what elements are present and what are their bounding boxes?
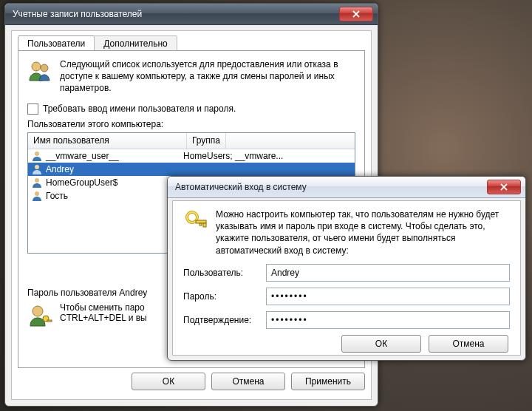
password-label: Пароль: [183,291,266,302]
users-list-label: Пользователи этого компьютера: [27,119,355,129]
main-cancel-button[interactable]: Отмена [211,373,285,390]
key-icon [183,208,208,257]
svg-point-6 [33,306,43,316]
main-apply-button[interactable]: Применить [291,373,365,390]
main-titlebar[interactable]: Учетные записи пользователей [5,4,378,25]
svg-point-2 [35,152,39,156]
main-ok-button[interactable]: ОК [132,373,205,390]
svg-point-1 [41,64,48,72]
svg-rect-11 [196,220,206,223]
confirm-label: Подтверждение: [183,315,266,325]
main-window-title: Учетные записи пользователей [13,9,339,19]
require-login-checkbox[interactable] [27,103,38,115]
intro-text: Следующий список используется для предос… [60,58,355,95]
svg-point-4 [35,178,39,183]
user-icon [31,150,43,162]
close-icon [352,10,361,18]
user-input[interactable]: Andrey [266,264,510,282]
dialog-intro-text: Можно настроить компьютер так, что польз… [216,208,510,257]
key-user-icon [27,302,52,327]
password-input[interactable]: •••••••• [266,288,510,305]
list-header: Имя пользователя Группа [28,133,355,149]
password-hint-text: Чтобы сменить паро CTRL+ALT+DEL и вы [60,302,147,323]
dialog-cancel-button[interactable]: Отмена [429,335,508,353]
close-icon [499,183,508,191]
user-icon [31,163,43,175]
main-close-button[interactable] [339,7,373,21]
main-button-bar: ОК Отмена Применить [18,370,365,393]
svg-point-0 [32,62,41,71]
svg-point-5 [35,191,39,196]
svg-rect-8 [47,320,52,322]
user-icon [31,177,43,188]
svg-rect-12 [203,223,206,227]
column-group[interactable]: Группа [187,133,226,149]
require-login-label: Требовать ввод имени пользователя и паро… [43,103,236,114]
confirm-input[interactable]: •••••••• [266,311,510,329]
column-name[interactable]: Имя пользователя [28,133,187,149]
list-item-selected[interactable]: Andrey [28,163,355,176]
svg-rect-13 [200,223,202,225]
dialog-titlebar[interactable]: Автоматический вход в систему [168,177,525,198]
user-icon [31,190,43,202]
list-item[interactable]: __vmware_user__ HomeUsers; __vmware... [28,149,355,163]
users-icon [27,58,52,84]
user-label: Пользователь: [183,268,266,278]
dialog-close-button[interactable] [487,180,521,194]
dialog-title: Автоматический вход в систему [175,182,487,192]
tab-users[interactable]: Пользователи [18,35,95,52]
autologon-dialog: Автоматический вход в систему Можно наст… [167,176,526,361]
dialog-client: Можно настроить компьютер так, что польз… [172,200,521,356]
tab-advanced[interactable]: Дополнительно [94,35,177,52]
tab-strip: Пользователи Дополнительно [18,35,371,52]
svg-point-3 [35,165,39,169]
dialog-ok-button[interactable]: ОК [341,335,421,353]
